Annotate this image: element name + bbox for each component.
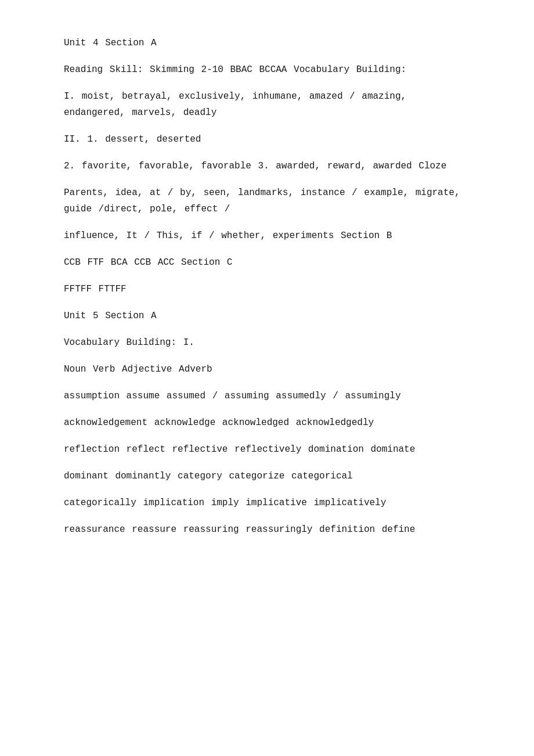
- row-categorically-line: categorically implication imply implicat…: [64, 495, 470, 511]
- row-reflection-line: reflection reflect reflective reflective…: [64, 441, 470, 458]
- unit5-section-a-heading: Unit 5 Section A: [64, 308, 470, 324]
- vocab-2-line: 2. favorite, favorable, favorable 3. awa…: [64, 158, 470, 174]
- row-assumption-line: assumption assume assumed / assuming ass…: [64, 388, 470, 404]
- cloze-2-line: influence, It / This, if / whether, expe…: [64, 228, 470, 244]
- cloze-1-line: Parents, idea, at / by, seen, landmarks,…: [64, 185, 470, 217]
- vocab-building-line: Vocabulary Building: I.: [64, 334, 470, 351]
- unit4-section-a-heading: Unit 4 Section A: [64, 35, 470, 51]
- vocab-ii-line: II. 1. dessert, deserted: [64, 131, 470, 147]
- vocab-i-line: I. moist, betrayal, exclusively, inhuman…: [64, 88, 470, 121]
- section-c-answers-line: FFTFF FTTFF: [64, 281, 470, 297]
- document-content: Unit 4 Section A Reading Skill: Skimming…: [64, 35, 470, 538]
- reading-skill-line: Reading Skill: Skimming 2-10 BBAC BCCAA …: [64, 62, 470, 78]
- row-reassurance-line: reassurance reassure reassuring reassuri…: [64, 521, 470, 538]
- table-header-line: Noun Verb Adjective Adverb: [64, 361, 470, 377]
- row-dominant-line: dominant dominantly category categorize …: [64, 468, 470, 484]
- section-b-answers-line: CCB FTF BCA CCB ACC Section C: [64, 254, 470, 271]
- row-acknowledgement-line: acknowledgement acknowledge acknowledged…: [64, 415, 470, 431]
